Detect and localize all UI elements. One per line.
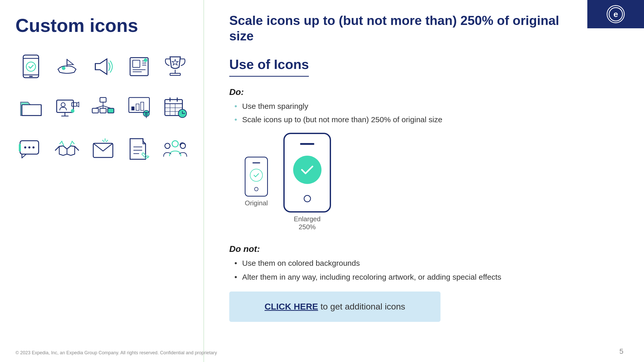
trophy-icon [160,51,191,82]
svg-point-28 [71,109,74,113]
phone-home-large [304,195,311,202]
svg-marker-27 [77,102,79,107]
do-bullets: Use them sparingly Scale icons up to (bu… [229,101,623,125]
phone-comparison: Original Enlarged 250% [245,133,623,231]
svg-rect-5 [29,76,33,77]
svg-rect-59 [19,144,21,152]
email-icon [88,134,118,164]
do-not-bullet-1: Use them on colored backgrounds [234,258,623,269]
handshake-icon [52,134,82,164]
svg-line-63 [106,140,108,142]
svg-rect-34 [92,108,98,113]
icon-row-2 [15,92,188,123]
analytics-icon [124,92,155,123]
do-bullet-2: Scale icons up to (but not more than) 25… [234,114,623,125]
phone-original-group: Original [245,157,268,207]
svg-point-57 [28,146,30,148]
do-not-section: Do not: Use them on colored backgrounds … [229,244,623,282]
video-chat-icon [52,92,82,123]
do-not-bullets: Use them on colored backgrounds Alter th… [229,258,623,282]
footer-copyright: © 2023 Expedia, Inc, an Expedia Group Co… [15,350,217,356]
phone-screen-small [250,169,263,182]
svg-marker-20 [172,59,178,65]
page-title: Custom icons [15,15,188,36]
boat-icon [52,51,82,82]
svg-rect-67 [142,153,148,159]
svg-point-68 [172,141,178,147]
calendar-icon [160,92,191,123]
right-panel: Scale icons up to (but not more than) 25… [209,0,644,332]
page-number: 5 [619,347,623,356]
phone-speaker-large [300,143,314,145]
svg-point-17 [144,58,147,62]
do-not-bullet-2: Alter them in any way, including recolor… [234,272,623,282]
do-label: Do: [229,87,623,97]
left-panel: Custom icons [0,0,203,362]
svg-rect-35 [100,108,106,113]
folder-icon [15,92,46,123]
chat-icon [15,134,46,164]
svg-point-56 [24,146,26,148]
mobile-check-icon [15,51,46,82]
phone-enlarged-group: Enlarged 250% [283,133,331,231]
original-label: Original [245,199,268,207]
svg-point-69 [165,143,170,148]
svg-line-62 [103,140,104,142]
svg-point-8 [62,66,65,70]
svg-rect-36 [108,108,114,113]
icon-row-3 [15,134,188,164]
phone-speaker-small [252,162,260,163]
svg-rect-40 [141,102,144,110]
enlarged-label: Enlarged 250% [294,215,320,231]
svg-rect-21 [22,105,41,116]
do-bullet-1: Use them sparingly [234,101,623,112]
svg-point-25 [61,103,65,107]
scale-title: Scale icons up to (but not more than) 25… [229,13,623,44]
svg-point-58 [32,146,35,148]
icon-row-1 [15,51,188,82]
phone-small [245,157,268,197]
phone-screen-large [293,156,321,184]
footer: © 2023 Expedia, Inc, an Expedia Group Co… [15,347,623,356]
phone-large [283,133,331,213]
use-of-icons-title: Use of Icons [229,57,309,77]
team-icon [160,134,191,164]
cta-click-here[interactable]: CLICK HERE [265,302,318,311]
cta-button[interactable]: CLICK HERE to get additional icons [229,292,440,322]
svg-rect-29 [100,98,106,102]
svg-rect-38 [131,107,134,110]
divider-line [204,0,204,362]
network-icon [88,92,118,123]
do-not-label: Do not: [229,244,623,254]
megaphone-icon [88,51,118,82]
newspaper-icon [124,51,155,82]
svg-rect-39 [136,104,139,110]
phone-home-small [254,187,258,191]
cta-rest-text: to get additional icons [318,302,405,311]
document-edit-icon [124,134,155,164]
svg-rect-11 [133,60,140,67]
icons-grid [15,51,188,164]
svg-rect-19 [170,73,180,75]
svg-point-6 [26,62,36,71]
svg-rect-26 [72,103,77,106]
do-section: Do: Use them sparingly Scale icons up to… [229,87,623,125]
